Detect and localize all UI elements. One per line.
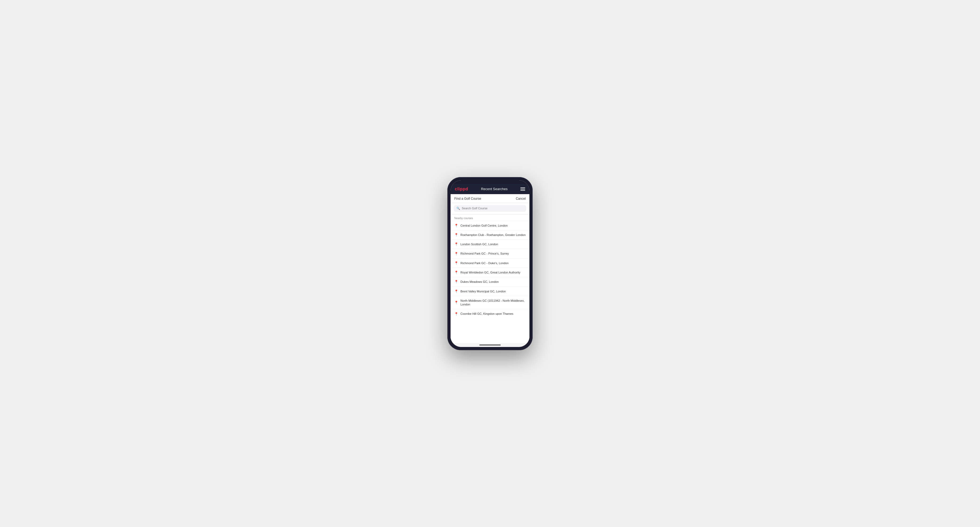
course-name: Richmond Park GC - Prince's, Surrey: [460, 252, 509, 256]
course-name: London Scottish GC, London: [460, 242, 498, 246]
location-icon: 📍: [454, 252, 458, 256]
location-icon: 📍: [454, 242, 458, 246]
menu-line-2: [520, 189, 525, 189]
phone-screen: clippd Recent Searches Find a Golf Cours…: [450, 180, 530, 347]
list-item[interactable]: 📍 North Middlesex GC (1011942 - North Mi…: [450, 296, 530, 310]
search-bar-container: 🔍: [450, 203, 530, 214]
search-input[interactable]: [462, 206, 523, 210]
course-name: Roehampton Club - Roehampton, Greater Lo…: [460, 233, 526, 237]
app-logo: clippd: [455, 187, 468, 192]
course-list: 📍 Central London Golf Centre, London 📍 R…: [450, 221, 530, 319]
location-icon: 📍: [454, 233, 458, 237]
location-icon: 📍: [454, 301, 458, 305]
location-icon: 📍: [454, 261, 458, 265]
nearby-section: Nearby courses 📍 Central London Golf Cen…: [450, 214, 530, 343]
list-item[interactable]: 📍 Roehampton Club - Roehampton, Greater …: [450, 230, 530, 240]
location-icon: 📍: [454, 271, 458, 274]
list-item[interactable]: 📍 Royal Wimbledon GC, Great London Autho…: [450, 268, 530, 277]
course-name: Coombe Hill GC, Kingston upon Thames: [460, 312, 514, 316]
list-item[interactable]: 📍 Central London Golf Centre, London: [450, 221, 530, 230]
find-title: Find a Golf Course: [454, 197, 481, 200]
course-name: Royal Wimbledon GC, Great London Authori…: [460, 271, 520, 274]
list-item[interactable]: 📍 Coombe Hill GC, Kingston upon Thames: [450, 309, 530, 318]
search-icon: 🔍: [457, 206, 460, 210]
course-name: Central London Golf Centre, London: [460, 224, 508, 227]
list-item[interactable]: 📍 Dukes Meadows GC, London: [450, 277, 530, 287]
content-area: Find a Golf Course Cancel 🔍 Nearby cours…: [450, 194, 530, 343]
course-name: Richmond Park GC - Duke's, London: [460, 261, 509, 265]
nav-title: Recent Searches: [481, 187, 508, 191]
menu-line-1: [520, 187, 525, 188]
location-icon: 📍: [454, 289, 458, 293]
nav-bar: clippd Recent Searches: [450, 184, 530, 194]
course-name: North Middlesex GC (1011942 - North Midd…: [460, 299, 526, 306]
location-icon: 📍: [454, 224, 458, 227]
list-item[interactable]: 📍 London Scottish GC, London: [450, 240, 530, 249]
nearby-label: Nearby courses: [450, 214, 530, 221]
course-name: Dukes Meadows GC, London: [460, 280, 499, 284]
phone-frame: clippd Recent Searches Find a Golf Cours…: [447, 177, 533, 350]
cancel-button[interactable]: Cancel: [516, 197, 526, 200]
menu-line-3: [520, 190, 525, 190]
list-item[interactable]: 📍 Richmond Park GC - Prince's, Surrey: [450, 249, 530, 258]
list-item[interactable]: 📍 Richmond Park GC - Duke's, London: [450, 259, 530, 268]
menu-icon[interactable]: [520, 187, 525, 190]
course-name: Brent Valley Municipal GC, London: [460, 289, 506, 293]
home-bar: [479, 344, 501, 345]
list-item[interactable]: 📍 Brent Valley Municipal GC, London: [450, 287, 530, 296]
search-bar[interactable]: 🔍: [454, 205, 526, 212]
location-icon: 📍: [454, 312, 458, 316]
location-icon: 📍: [454, 280, 458, 284]
phone-notch: [450, 180, 530, 184]
find-header: Find a Golf Course Cancel: [450, 194, 530, 203]
home-indicator: [450, 343, 530, 347]
